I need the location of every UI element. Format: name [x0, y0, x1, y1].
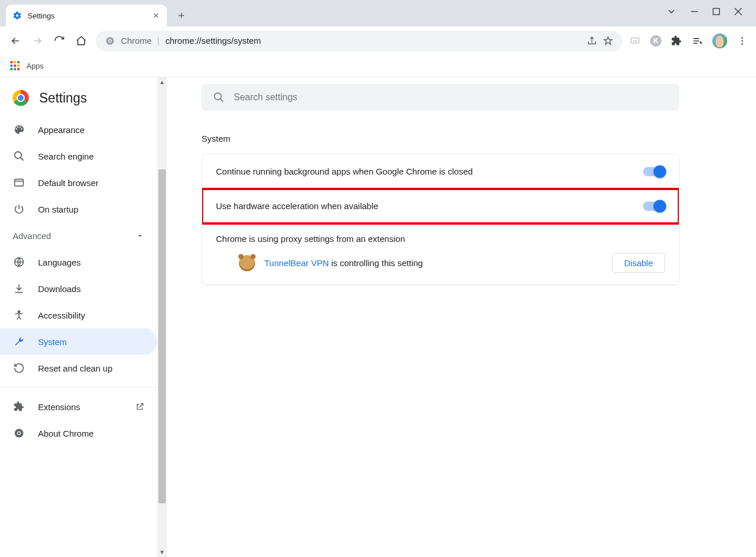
extension-k-icon[interactable]: K — [650, 35, 662, 47]
apps-icon[interactable] — [10, 61, 21, 71]
svg-point-7 — [742, 40, 743, 41]
tab-close-icon[interactable] — [152, 12, 160, 20]
setting-label: Use hardware acceleration when available — [216, 201, 643, 211]
svg-rect-0 — [713, 9, 720, 15]
sidebar-item-system[interactable]: System — [0, 328, 157, 355]
advanced-label: Advanced — [13, 231, 51, 241]
toolbar: Chrome | chrome://settings/system K — [0, 26, 756, 55]
chevron-down-icon[interactable] — [666, 6, 677, 17]
browser-icon — [13, 176, 25, 189]
svg-point-15 — [18, 432, 20, 434]
scroll-down-icon[interactable]: ▼ — [157, 547, 167, 557]
pocket-icon[interactable] — [629, 35, 641, 47]
chrome-small-icon — [13, 427, 25, 439]
sidebar-item-default-browser[interactable]: Default browser — [0, 169, 157, 196]
sidebar-item-label: Downloads — [38, 284, 81, 294]
browser-tab[interactable]: Settings — [6, 5, 167, 26]
sidebar-item-label: Languages — [38, 257, 81, 267]
media-control-icon[interactable] — [692, 35, 703, 47]
sidebar-scrollbar[interactable]: ▲ ▼ — [157, 77, 167, 557]
sidebar-item-label: Appearance — [38, 125, 85, 135]
sidebar-advanced-toggle[interactable]: Advanced — [0, 222, 157, 249]
maximize-icon[interactable] — [712, 7, 720, 16]
sidebar-item-appearance[interactable]: Appearance — [0, 116, 157, 143]
bookmarks-bar: Apps — [0, 55, 756, 77]
proxy-tail-text: is controlling this setting — [329, 258, 423, 268]
settings-sidebar: Settings Appearance Search engine Defaul… — [0, 77, 167, 557]
back-button[interactable] — [8, 33, 23, 48]
proxy-heading: Chrome is using proxy settings from an e… — [216, 234, 665, 244]
svg-point-9 — [15, 152, 22, 159]
sidebar-item-label: Default browser — [38, 178, 98, 188]
profile-avatar[interactable] — [712, 33, 727, 48]
globe-icon — [13, 256, 25, 268]
scroll-up-icon[interactable]: ▲ — [157, 77, 167, 87]
address-bar[interactable]: Chrome | chrome://settings/system — [96, 31, 622, 51]
settings-search[interactable] — [202, 84, 679, 111]
chrome-menu-icon[interactable] — [736, 35, 748, 47]
sidebar-item-on-startup[interactable]: On startup — [0, 196, 157, 222]
titlebar: Settings — [0, 0, 756, 26]
wrench-icon — [13, 335, 25, 348]
sidebar-item-accessibility[interactable]: Accessibility — [0, 302, 157, 328]
sidebar-item-reset[interactable]: Reset and clean up — [0, 355, 157, 381]
omnibox-prefix: Chrome — [121, 36, 151, 46]
sidebar-item-label: Search engine — [38, 151, 94, 161]
window-controls — [652, 0, 756, 23]
sidebar-item-extensions[interactable]: Extensions — [0, 393, 157, 420]
sidebar-item-label: System — [38, 337, 67, 347]
toggle-hardware-accel[interactable] — [643, 202, 665, 211]
svg-point-8 — [742, 43, 743, 44]
toggle-background-apps[interactable] — [643, 167, 665, 176]
svg-point-6 — [742, 37, 743, 39]
accessibility-icon — [13, 309, 25, 321]
scrollbar-thumb[interactable] — [158, 169, 166, 503]
bookmark-star-icon[interactable] — [603, 36, 613, 46]
sidebar-item-downloads[interactable]: Downloads — [0, 275, 157, 302]
home-button[interactable] — [74, 33, 89, 48]
sidebar-item-label: Accessibility — [38, 310, 85, 320]
minimize-icon[interactable] — [690, 7, 698, 16]
tunnelbear-icon — [239, 255, 255, 271]
open-external-icon — [135, 402, 145, 411]
disable-button[interactable]: Disable — [612, 253, 665, 273]
setting-row-background-apps: Continue running background apps when Go… — [202, 154, 679, 189]
apps-label[interactable]: Apps — [26, 62, 44, 70]
omnibox-url: chrome://settings/system — [165, 36, 261, 46]
svg-point-12 — [18, 311, 20, 313]
settings-title: Settings — [39, 90, 87, 106]
section-title: System — [202, 134, 721, 143]
svg-point-3 — [109, 40, 111, 42]
sidebar-item-search-engine[interactable]: Search engine — [0, 143, 157, 169]
chrome-logo-icon — [13, 90, 29, 106]
proxy-extension-link[interactable]: TunnelBear VPN — [264, 258, 329, 268]
sidebar-item-label: On startup — [38, 204, 78, 214]
svg-rect-10 — [15, 179, 24, 186]
reload-button[interactable] — [52, 33, 67, 48]
forward-button[interactable] — [30, 33, 45, 48]
tab-title: Settings — [28, 12, 146, 20]
chevron-up-icon — [135, 231, 145, 240]
close-icon[interactable] — [734, 7, 742, 16]
svg-point-16 — [215, 93, 222, 100]
share-icon[interactable] — [587, 36, 597, 46]
sidebar-item-about[interactable]: About Chrome — [0, 420, 157, 446]
setting-label: Continue running background apps when Go… — [216, 166, 643, 176]
settings-main: System Continue running background apps … — [167, 77, 756, 557]
sidebar-separator — [0, 387, 157, 388]
setting-row-proxy: Chrome is using proxy settings from an e… — [202, 223, 679, 285]
search-icon — [13, 150, 25, 162]
power-icon — [13, 203, 25, 215]
omnibox-separator: | — [157, 36, 159, 46]
new-tab-button[interactable] — [173, 7, 190, 24]
extensions-puzzle-icon[interactable] — [671, 35, 682, 47]
puzzle-icon — [13, 400, 25, 413]
system-settings-card: Continue running background apps when Go… — [202, 154, 679, 285]
settings-search-input[interactable] — [234, 92, 668, 103]
palette-icon — [13, 123, 25, 136]
download-icon — [13, 282, 25, 295]
chrome-page-icon — [105, 36, 115, 46]
svg-point-5 — [700, 41, 701, 43]
setting-row-hardware-accel: Use hardware acceleration when available — [202, 189, 679, 223]
sidebar-item-languages[interactable]: Languages — [0, 249, 157, 275]
